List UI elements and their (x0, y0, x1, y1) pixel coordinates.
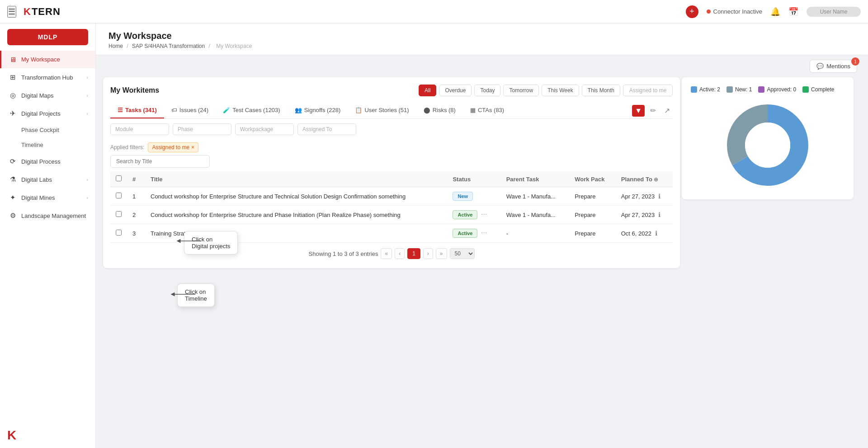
pagination-first[interactable]: « (381, 248, 392, 259)
row-checkbox[interactable] (116, 211, 122, 217)
tab-signoffs[interactable]: 👥 Signoffs (228) (288, 103, 348, 118)
tab-ctas[interactable]: ▦ CTAs (83) (463, 103, 511, 118)
digital-labs-icon: ⚗ (9, 175, 17, 184)
topnav: ☰ K TERN + Connector Inactive 🔔 📅 User N… (0, 0, 868, 24)
sidebar-item-digital-process-inner: ⟳ Digital Process (9, 157, 61, 165)
topnav-left: ☰ K TERN (7, 6, 61, 18)
tooltip-timeline-text: Click onTimeline (185, 288, 207, 302)
filter-tomorrow[interactable]: Tomorrow (503, 85, 539, 96)
filter-assigned-to-me[interactable]: Assigned to me (623, 85, 673, 96)
filter-tag-close[interactable]: × (191, 144, 194, 151)
sidebar-item-transformation-hub[interactable]: ⊞ Transformation Hub › (0, 68, 95, 86)
legend-dot-new (726, 86, 733, 93)
sidebar-label-digital-process: Digital Process (21, 158, 61, 165)
breadcrumb-transformation[interactable]: SAP S/4HANA Transformation (132, 43, 205, 49)
select-all-checkbox[interactable] (116, 175, 122, 181)
tab-user-stories[interactable]: 📋 User Stories (51) (348, 103, 416, 118)
legend-label-approved: Approved: 0 (767, 86, 796, 93)
row-checkbox-cell (110, 224, 127, 243)
workpackage-select[interactable]: Workpackage (235, 123, 294, 135)
sidebar-footer: K (0, 423, 95, 448)
per-page-select[interactable]: 50 25 100 (450, 248, 475, 259)
pagination-current[interactable]: 1 (407, 248, 420, 259)
row-status: Active ··· (447, 224, 500, 243)
sidebar-item-digital-process[interactable]: ⟳ Digital Process (0, 152, 95, 170)
risks-tab-icon: ⬤ (424, 107, 430, 113)
filter-all[interactable]: All (419, 85, 436, 96)
project-button[interactable]: MDLP (7, 29, 88, 45)
tab-risks[interactable]: ⬤ Risks (8) (416, 103, 463, 118)
info-icon[interactable]: ℹ (655, 230, 657, 237)
planned-to-info-button[interactable]: ⊕ (654, 176, 658, 183)
pagination-showing: Showing 1 to 3 of 3 entries (309, 250, 378, 257)
notifications-button[interactable]: 🔔 (770, 7, 780, 17)
chart-legend: Active: 2 New: 1 Approved: 0 Comple (691, 86, 844, 93)
tab-issues[interactable]: 🏷 Issues (24) (164, 103, 216, 118)
sidebar-label-digital-mines: Digital Mines (21, 194, 55, 201)
sidebar-sub-item-phase-cockpit[interactable]: Phase Cockpit (0, 123, 95, 137)
calendar-button[interactable]: 📅 (788, 7, 798, 17)
assigned-to-select[interactable]: Assigned To (297, 123, 356, 135)
breadcrumb-current: My Workspace (216, 43, 252, 49)
sidebar-item-digital-labs[interactable]: ⚗ Digital Labs › (0, 170, 95, 189)
signoffs-tab-icon: 👥 (295, 107, 302, 113)
filter-overdue[interactable]: Overdue (439, 85, 472, 96)
info-icon[interactable]: ℹ (658, 211, 660, 218)
phase-select[interactable]: Phase (173, 123, 231, 135)
module-select[interactable]: Module (110, 123, 169, 135)
workitems-panel: My Workitems All Overdue Today Tomorrow … (103, 77, 680, 268)
legend-dot-approved (758, 86, 764, 93)
legend-dot-complete (802, 86, 809, 93)
header-work-pack: Work Pack (569, 171, 616, 187)
row-num: 3 (127, 224, 145, 243)
sidebar-item-landscape-management[interactable]: ⚙ Landscape Management (0, 207, 95, 225)
legend-new: New: 1 (726, 86, 752, 93)
user-avatar[interactable]: User Name (807, 7, 861, 17)
breadcrumb-sep2: / (209, 43, 212, 49)
pagination-last[interactable]: » (436, 248, 447, 259)
filter-this-month[interactable]: This Month (582, 85, 620, 96)
mentions-badge: 1 (851, 57, 859, 66)
risks-tab-label: Risks (8) (433, 107, 456, 113)
pagination-prev[interactable]: ‹ (395, 248, 405, 259)
filter-today[interactable]: Today (474, 85, 500, 96)
pagination-next[interactable]: › (423, 248, 433, 259)
row-checkbox[interactable] (116, 230, 122, 236)
tab-tasks[interactable]: ☰ Tasks (341) (110, 103, 164, 118)
row-ellipsis-button[interactable]: ··· (479, 210, 489, 218)
layout: MDLP 🖥 My Workspace ⊞ Transformation Hub… (0, 24, 868, 448)
info-icon[interactable]: ℹ (658, 193, 660, 200)
row-checkbox[interactable] (116, 193, 122, 198)
tab-test-cases[interactable]: 🧪 Test Cases (1203) (216, 103, 288, 118)
hamburger-button[interactable]: ☰ (7, 6, 16, 18)
sidebar-item-my-workspace[interactable]: 🖥 My Workspace (0, 51, 95, 68)
sidebar-sub-item-timeline[interactable]: Timeline (0, 137, 95, 152)
wi-filters: All Overdue Today Tomorrow This Week Thi… (419, 85, 673, 96)
user-stories-tab-icon: 📋 (355, 107, 362, 113)
issues-tab-label: Issues (24) (179, 107, 208, 113)
page-title: My Workspace (108, 31, 855, 41)
row-num: 1 (127, 187, 145, 206)
export-action-button[interactable]: ↗ (661, 104, 673, 117)
breadcrumb-sep1: / (127, 43, 130, 49)
mentions-button[interactable]: 💬 Mentions 1 (810, 60, 857, 73)
search-input[interactable] (110, 155, 210, 168)
edit-action-button[interactable]: ✏ (647, 104, 659, 117)
sidebar-item-digital-projects[interactable]: ✈ Digital Projects › (0, 104, 95, 123)
add-button[interactable]: + (686, 5, 698, 18)
sidebar-item-digital-maps[interactable]: ◎ Digital Maps › (0, 86, 95, 104)
sidebar-item-digital-mines[interactable]: ✦ Digital Mines › (0, 189, 95, 207)
wi-toolbar-actions: ▼ ✏ ↗ (632, 103, 673, 118)
table-header-row: # Title Status Parent Task Work Pack Pla… (110, 171, 673, 187)
row-ellipsis-button[interactable]: ··· (479, 229, 489, 237)
content-left: My Workitems All Overdue Today Tomorrow … (96, 77, 687, 275)
filter-this-week[interactable]: This Week (542, 85, 579, 96)
chevron-icon-digital-maps: › (86, 93, 88, 98)
row-checkbox-cell (110, 206, 127, 224)
filter-action-button[interactable]: ▼ (632, 105, 645, 117)
transformation-hub-icon: ⊞ (9, 73, 17, 81)
assigned-to-me-filter-tag: Assigned to me × (148, 142, 198, 152)
row-checkbox-cell (110, 187, 127, 206)
row-title: Conduct workshop for Enterprise Structur… (145, 206, 447, 224)
breadcrumb-home[interactable]: Home (108, 43, 123, 49)
